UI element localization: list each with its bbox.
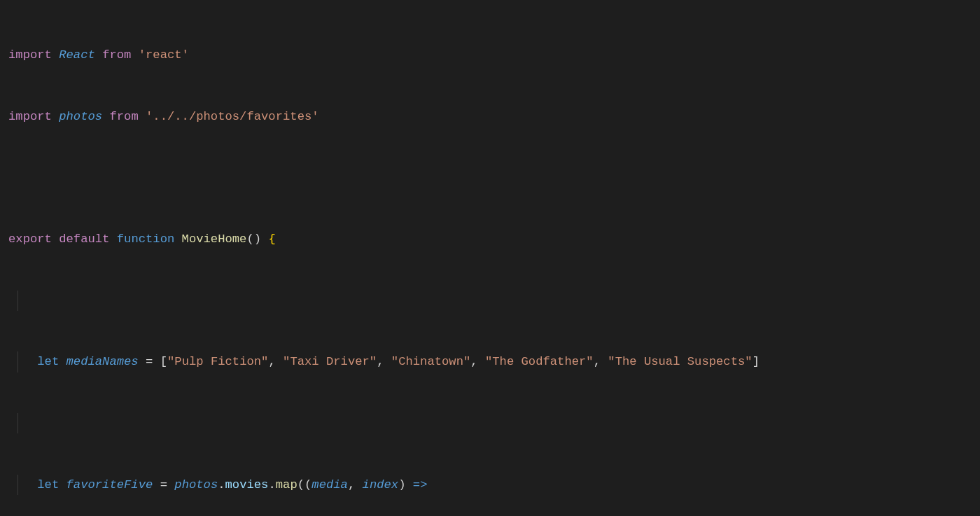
- code-line[interactable]: let favoriteFive = photos.movies.map((me…: [8, 475, 980, 495]
- keyword-from: from: [109, 110, 138, 123]
- identifier-photos: photos: [59, 110, 102, 123]
- bracket-close: ]: [752, 355, 760, 368]
- keyword-default: default: [59, 232, 109, 246]
- code-editor[interactable]: import React from 'react' import photos …: [0, 0, 980, 516]
- code-line[interactable]: import React from 'react': [8, 45, 980, 65]
- string-literal: "Chinatown": [391, 355, 470, 368]
- parens: (): [246, 232, 261, 246]
- equals: =: [146, 355, 153, 368]
- identifier-medianames: mediaNames: [66, 355, 139, 368]
- method-map: map: [276, 478, 298, 491]
- bracket-open: [: [160, 355, 167, 368]
- keyword-function: function: [117, 232, 175, 246]
- code-line[interactable]: let mediaNames = ["Pulp Fiction", "Taxi …: [8, 351, 980, 372]
- blank-line: [8, 291, 980, 311]
- string-literal: "The Usual Suspects": [608, 355, 752, 368]
- arrow: =>: [413, 478, 428, 491]
- string-literal: "The Godfather": [485, 355, 594, 368]
- keyword-export: export: [8, 232, 52, 246]
- blank-line: [8, 168, 980, 188]
- brace-open: {: [268, 232, 275, 246]
- code-line[interactable]: import photos from '../../photos/favorit…: [8, 106, 980, 127]
- identifier-react: React: [59, 48, 95, 62]
- equals: =: [160, 478, 167, 491]
- identifier-favoritefive: favoriteFive: [66, 478, 153, 491]
- param-media: media: [312, 478, 348, 491]
- identifier-photos: photos: [174, 478, 218, 491]
- keyword-from: from: [102, 48, 131, 62]
- param-index: index: [363, 478, 399, 491]
- string-literal: "Taxi Driver": [283, 355, 377, 368]
- keyword-let: let: [37, 478, 59, 491]
- keyword-import: import: [8, 110, 52, 123]
- function-name: MovieHome: [182, 232, 247, 246]
- string-literal: '../../photos/favorites': [146, 110, 319, 123]
- keyword-import: import: [8, 48, 52, 62]
- string-literal: 'react': [139, 48, 189, 62]
- string-literal: "Pulp Fiction": [167, 355, 268, 368]
- keyword-let: let: [37, 355, 59, 368]
- property-movies: movies: [225, 478, 269, 491]
- blank-line: [8, 413, 980, 433]
- code-line[interactable]: export default function MovieHome() {: [8, 229, 980, 249]
